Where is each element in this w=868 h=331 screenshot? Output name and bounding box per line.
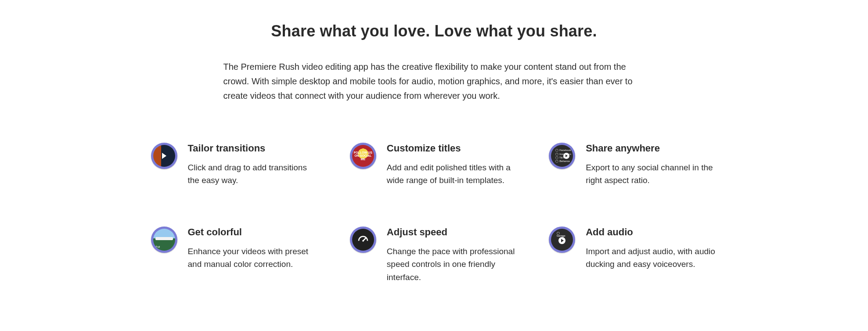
feature-desc: Click and drag to add transitions the ea…: [188, 161, 319, 187]
feature-title: Tailor transitions: [188, 143, 319, 154]
feature-tailor-transitions: Tailor transitions Click and drag to add…: [151, 143, 319, 187]
feature-title: Get colorful: [188, 227, 319, 238]
intro-paragraph: The Premiere Rush video editing app has …: [223, 60, 645, 103]
feature-title: Customize titles: [387, 143, 518, 154]
svg-point-1: [362, 240, 364, 242]
speed-icon: [350, 227, 376, 253]
features-grid: Tailor transitions Click and drag to add…: [151, 143, 717, 284]
color-icon: Fuji: [151, 227, 177, 253]
titles-icon: FOLLOW USON SOCIAL ME: [350, 143, 376, 169]
feature-desc: Add and edit polished titles with a wide…: [387, 161, 518, 187]
share-icon: ◯ Facebook◯ Instagram◯ TikTok◯ Behance: [549, 143, 575, 169]
feature-desc: Enhance your videos with preset and manu…: [188, 245, 319, 271]
transitions-icon: [151, 143, 177, 169]
feature-get-colorful: Fuji Get colorful Enhance your videos wi…: [151, 227, 319, 284]
audio-icon: ◯ Garage: [549, 227, 575, 253]
feature-desc: Change the pace with professional speed …: [387, 245, 518, 284]
feature-title: Add audio: [586, 227, 717, 238]
feature-share-anywhere: ◯ Facebook◯ Instagram◯ TikTok◯ Behance S…: [549, 143, 717, 187]
page-headline: Share what you love. Love what you share…: [151, 22, 717, 40]
feature-customize-titles: FOLLOW USON SOCIAL ME Customize titles A…: [350, 143, 518, 187]
feature-adjust-speed: Adjust speed Change the pace with profes…: [350, 227, 518, 284]
feature-add-audio: ◯ Garage Add audio Import and adjust aud…: [549, 227, 717, 284]
feature-title: Adjust speed: [387, 227, 518, 238]
feature-title: Share anywhere: [586, 143, 717, 154]
feature-desc: Import and adjust audio, with audio duck…: [586, 245, 717, 271]
feature-desc: Export to any social channel in the righ…: [586, 161, 717, 187]
